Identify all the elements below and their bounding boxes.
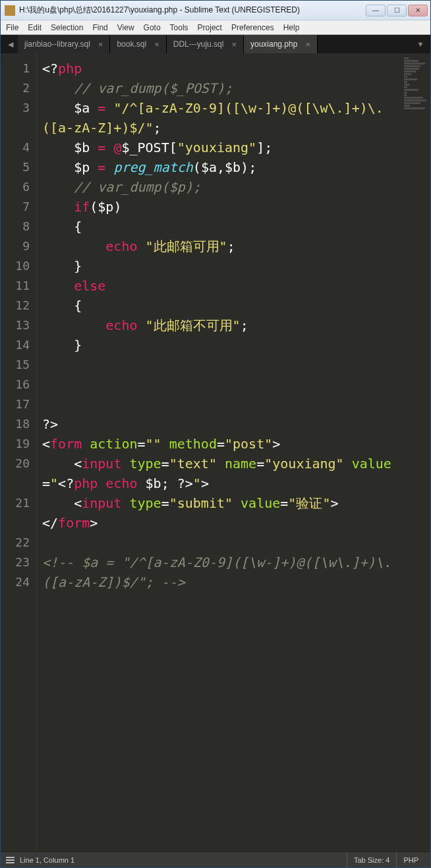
line-number: 18 <box>1 414 36 434</box>
line-number: 24 <box>1 572 36 632</box>
window-controls: — ☐ ✕ <box>366 5 428 16</box>
maximize-button[interactable]: ☐ <box>387 5 407 16</box>
window-title: H:\我的u盘\php\总结\20161227\youxiang.php - S… <box>19 5 366 16</box>
line-number: 8 <box>1 217 36 236</box>
statusbar: Line 1, Column 1 Tab Size: 4 PHP <box>1 852 430 867</box>
menu-find[interactable]: Find <box>92 23 107 32</box>
line-number: 22 <box>1 533 36 553</box>
minimap[interactable] <box>401 53 430 852</box>
line-number: 1 <box>1 59 36 78</box>
line-number: 13 <box>1 315 36 335</box>
menu-selection[interactable]: Selection <box>51 23 83 32</box>
app-window: H:\我的u盘\php\总结\20161227\youxiang.php - S… <box>0 0 431 868</box>
titlebar[interactable]: H:\我的u盘\php\总结\20161227\youxiang.php - S… <box>1 1 430 20</box>
line-number: 3 <box>1 98 36 138</box>
tab-item[interactable]: DDL---yuju.sql × <box>167 35 244 53</box>
menu-help[interactable]: Help <box>283 23 300 32</box>
syntax-language[interactable]: PHP <box>396 852 425 868</box>
tab-size[interactable]: Tab Size: 4 <box>347 852 396 868</box>
editor-area: 1 2 3 4 5 6 7 8 9 10 11 12 13 14 15 16 1… <box>1 53 430 852</box>
line-number: 5 <box>1 157 36 177</box>
tabbar: ◀ jianbiao--library.sql × book.sql × DDL… <box>1 35 430 53</box>
cursor-position[interactable]: Line 1, Column 1 <box>20 856 74 864</box>
minimize-button[interactable]: — <box>366 5 386 16</box>
line-number: 23 <box>1 553 36 572</box>
menu-preferences[interactable]: Preferences <box>231 23 274 32</box>
tab-item[interactable]: jianbiao--library.sql × <box>18 35 110 53</box>
menu-file[interactable]: File <box>6 23 18 32</box>
tab-scroll-left-icon[interactable]: ◀ <box>3 35 18 53</box>
menu-edit[interactable]: Edit <box>28 23 42 32</box>
close-icon[interactable]: × <box>305 40 310 49</box>
line-number: 17 <box>1 394 36 414</box>
line-number: 16 <box>1 375 36 394</box>
line-number: 15 <box>1 355 36 375</box>
line-number: 7 <box>1 197 36 217</box>
line-number: 9 <box>1 236 36 256</box>
line-number: 19 <box>1 434 36 454</box>
menu-tools[interactable]: Tools <box>170 23 188 32</box>
line-number: 4 <box>1 138 36 157</box>
tab-item-active[interactable]: youxiang.php × <box>244 35 318 53</box>
menu-icon[interactable] <box>6 857 14 863</box>
tab-label: DDL---yuju.sql <box>173 40 224 49</box>
close-button[interactable]: ✕ <box>408 5 428 16</box>
tab-label: jianbiao--library.sql <box>24 40 90 49</box>
line-number: 10 <box>1 256 36 276</box>
line-number: 2 <box>1 78 36 98</box>
line-number: 21 <box>1 493 36 533</box>
line-number: 11 <box>1 276 36 296</box>
line-number: 12 <box>1 296 36 315</box>
line-gutter: 1 2 3 4 5 6 7 8 9 10 11 12 13 14 15 16 1… <box>1 53 37 852</box>
menu-project[interactable]: Project <box>198 23 222 32</box>
menu-view[interactable]: View <box>117 23 134 32</box>
close-icon[interactable]: × <box>231 40 237 49</box>
tab-label: youxiang.php <box>250 40 297 49</box>
line-number: 14 <box>1 335 36 355</box>
line-number: 6 <box>1 177 36 197</box>
app-icon <box>5 5 15 16</box>
code-editor[interactable]: <?php // var_dump($_POST); $a = "/^[a-zA… <box>37 53 401 852</box>
tab-dropdown-icon[interactable]: ▼ <box>413 35 428 53</box>
menubar: File Edit Selection Find View Goto Tools… <box>1 20 430 35</box>
tab-label: book.sql <box>117 40 146 49</box>
close-icon[interactable]: × <box>154 40 159 49</box>
tab-item[interactable]: book.sql × <box>110 35 166 53</box>
close-icon[interactable]: × <box>98 40 103 49</box>
line-number: 20 <box>1 454 36 493</box>
menu-goto[interactable]: Goto <box>144 23 161 32</box>
